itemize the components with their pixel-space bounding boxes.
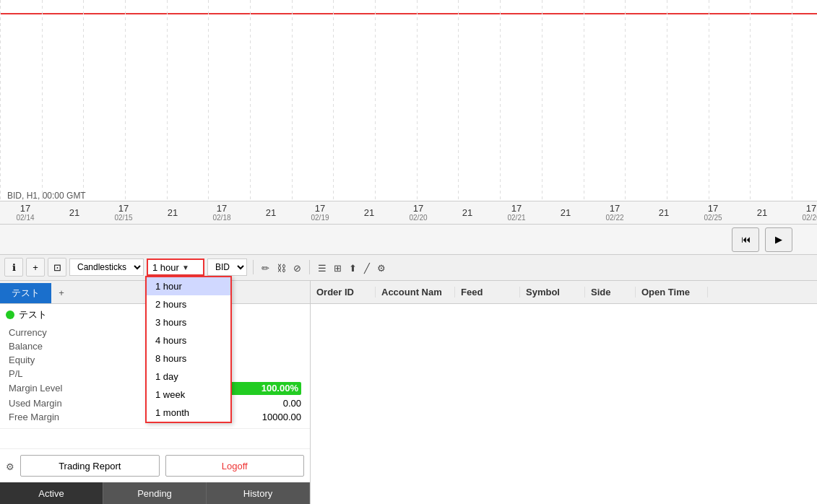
chart-area: BID, H1, 00:00 GMT 1702/14211702/1521170…	[0, 0, 817, 225]
skip-to-start-button[interactable]: ⏮	[732, 227, 759, 252]
tab-label: テスト	[12, 287, 40, 300]
timeframe-dropdown: 1 hour2 hours3 hours4 hours8 hours1 day1…	[145, 276, 232, 423]
grid-line	[42, 0, 43, 201]
toolbar-divider-2	[309, 260, 310, 274]
skip-icon: ⏮	[741, 234, 751, 245]
col-side: Side	[585, 287, 636, 297]
list-button[interactable]: ☰	[316, 260, 329, 275]
grid-line	[125, 0, 126, 201]
tab-pending-label: Pending	[137, 488, 172, 499]
add-tab-icon: +	[59, 287, 64, 298]
grid-line	[375, 0, 376, 201]
controls-row: ℹ + ⊡ Candlesticks 1 hour ▼ 1 hour2 hour…	[0, 255, 817, 281]
list-icon: ☰	[318, 263, 327, 274]
col-feed: Feed	[455, 287, 520, 297]
axis-item: 1702/14	[4, 203, 47, 222]
balance-label: Balance	[9, 341, 43, 352]
trading-report-label: Trading Report	[59, 461, 121, 472]
tab-add-button[interactable]: +	[51, 283, 72, 303]
chart-label: BID, H1, 00:00 GMT	[7, 191, 86, 201]
tab-active[interactable]: Active	[0, 482, 103, 504]
grid-icon: ⊞	[334, 263, 342, 274]
axis-item: 1702/15	[102, 203, 145, 222]
axis-item: 21	[249, 207, 293, 218]
pen-button[interactable]: ✏	[259, 260, 272, 275]
bottom-tabs: Active Pending History	[0, 482, 310, 504]
grid-line	[333, 0, 334, 201]
grid-line	[83, 0, 84, 201]
tab-pending[interactable]: Pending	[103, 482, 207, 504]
axis-item: 1702/21	[495, 203, 538, 222]
tab-テスト[interactable]: テスト	[0, 283, 51, 303]
grid-line	[208, 0, 209, 201]
timeframe-option[interactable]: 4 hours	[147, 331, 230, 349]
timeframe-option[interactable]: 1 day	[147, 368, 230, 386]
pen-icon: ✏	[261, 263, 269, 274]
axis-item: 1702/19	[298, 203, 342, 222]
grid-line	[458, 0, 459, 201]
grid-line	[584, 0, 584, 201]
timeframe-option[interactable]: 3 hours	[147, 313, 230, 331]
grid-line	[542, 0, 542, 201]
gear-icon: ⚙	[6, 461, 14, 472]
col-open-time: Open Time	[636, 287, 708, 297]
grid-line	[167, 0, 168, 201]
table-header: Order ID Account Nam Feed Symbol Side Op…	[311, 281, 817, 304]
logoff-button[interactable]: Logoff	[165, 455, 305, 477]
timeframe-option[interactable]: 1 week	[147, 386, 230, 404]
grid-line	[292, 0, 293, 201]
timeframe-container: 1 hour ▼ 1 hour2 hours3 hours4 hours8 ho…	[147, 258, 204, 276]
col-symbol: Symbol	[520, 287, 585, 297]
link-icon: ⛓	[277, 263, 286, 274]
timeframe-button[interactable]: 1 hour ▼	[147, 258, 204, 276]
grid-line	[750, 0, 751, 201]
add-button[interactable]: +	[26, 258, 45, 277]
timeframe-option[interactable]: 1 hour	[147, 277, 230, 295]
link-button[interactable]: ⛓	[275, 260, 288, 275]
timeframe-value: 1 hour	[152, 262, 179, 273]
chart-type-select[interactable]: Candlesticks	[69, 258, 144, 276]
crop-button[interactable]: ⊡	[48, 258, 66, 277]
action-row: ⚙ Trading Report Logoff	[0, 448, 310, 482]
export-button[interactable]: ⬆	[347, 260, 359, 275]
gear-button[interactable]: ⚙	[6, 459, 14, 474]
eye-icon: ⊘	[293, 263, 301, 274]
trading-report-button[interactable]: Trading Report	[20, 455, 160, 477]
grid-line	[709, 0, 709, 201]
axis-item: 21	[446, 207, 489, 218]
settings-icon: ⚙	[377, 263, 386, 274]
right-panel: Order ID Account Nam Feed Symbol Side Op…	[311, 281, 817, 505]
toolbar-divider	[253, 260, 254, 274]
grid-line	[625, 0, 626, 201]
used-margin-label: Used Margin	[9, 398, 62, 409]
chart-grid	[0, 0, 817, 201]
price-type-select[interactable]: BID	[207, 258, 247, 276]
timeframe-option[interactable]: 8 hours	[147, 349, 230, 368]
used-margin-value: 0.00	[283, 398, 301, 409]
axis-item: 1702/26	[790, 203, 817, 222]
crop-icon: ⊡	[53, 262, 61, 273]
axis-item: 1702/25	[691, 203, 735, 222]
eye-button[interactable]: ⊘	[291, 260, 303, 275]
free-margin-value: 10000.00	[262, 412, 301, 422]
timeframe-option[interactable]: 2 hours	[147, 295, 230, 313]
margin-level-value: 100.00%	[261, 383, 298, 394]
table-body	[311, 304, 817, 505]
free-margin-label: Free Margin	[9, 412, 59, 422]
settings-button[interactable]: ⚙	[375, 260, 388, 275]
col-account-name: Account Nam	[376, 287, 455, 297]
grid-line	[250, 0, 251, 201]
info-button[interactable]: ℹ	[4, 258, 23, 277]
tab-history[interactable]: History	[207, 482, 310, 504]
margin-level-label: Margin Level	[9, 383, 62, 394]
grid-line	[0, 0, 1, 201]
status-indicator	[6, 310, 14, 319]
info-icon: ℹ	[12, 262, 16, 273]
play-button[interactable]: ▶	[765, 227, 792, 252]
grid-button[interactable]: ⊞	[332, 260, 344, 275]
timeframe-option[interactable]: 1 month	[147, 404, 230, 422]
play-icon: ▶	[775, 234, 782, 245]
grid-line	[792, 0, 792, 201]
axis-item: 21	[642, 207, 686, 218]
chart-line-button[interactable]: ╱	[362, 260, 372, 275]
